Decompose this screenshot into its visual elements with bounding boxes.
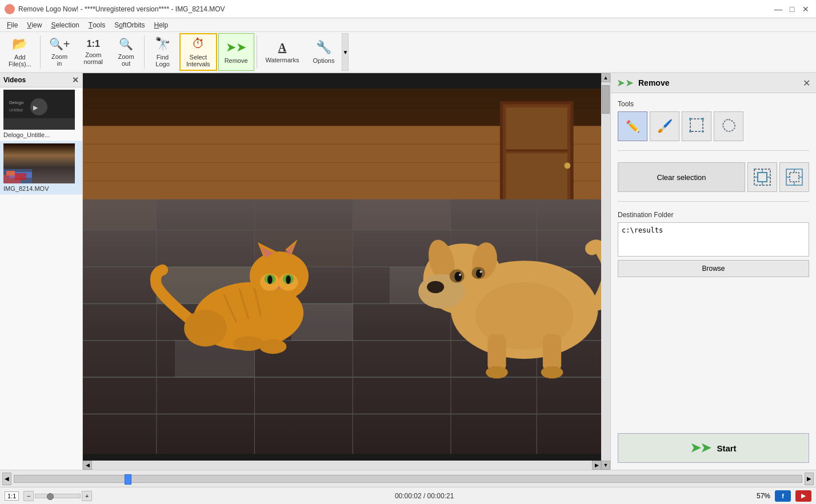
hscroll-track [92,461,592,470]
start-button[interactable]: ➤➤ Start [618,433,809,463]
remove-button[interactable]: ➤➤ Remove [218,33,254,71]
clear-selection-area: Clear selection [618,162,809,192]
toolbar-sep2 [144,35,145,69]
pencil-tool-button[interactable]: ✏️ [618,111,647,141]
svg-point-61 [233,336,264,351]
start-arrow-icon: ➤➤ [690,441,711,455]
status-bar: 1:1 − + 00:00:02 / 00:00:21 57% f ▶ [0,487,816,504]
menu-file[interactable]: File [2,19,22,31]
maximize-button[interactable]: □ [786,3,798,15]
lasso-tool-button[interactable] [714,111,743,141]
watermarks-icon: A [278,41,286,54]
status-bar-left: 1:1 − + [5,491,92,501]
status-bar-right: 57% f ▶ [757,490,811,502]
tools-grid: ✏️ 🖌️ [618,111,809,141]
toolbox-divider-1 [618,150,809,151]
zoom-normal-button[interactable]: 1:1 Zoomnormal [77,33,109,71]
brush-tool-button[interactable]: 🖌️ [650,111,679,141]
timeline-scroll-right[interactable]: ▶ [805,473,814,485]
expand-selection-button[interactable] [747,162,777,192]
add-files-label: AddFile(s)... [9,54,31,67]
svg-rect-38 [83,199,157,230]
zoom-plus-button[interactable]: + [82,491,92,501]
svg-point-75 [479,270,482,273]
zoom-normal-label: Zoomnormal [83,51,103,65]
close-button[interactable]: ✕ [800,3,811,15]
menu-help[interactable]: Help [150,19,173,31]
toolbox-panel: ➤➤ Remove ✕ Tools ✏️ 🖌️ [610,73,816,470]
add-files-button[interactable]: 📂 AddFile(s)... [2,33,38,71]
remove-label: Remove [225,57,248,64]
remove-icon: ➤➤ [226,40,246,55]
svg-text:Untitled: Untitled [9,108,23,112]
videos-panel-title: Videos [3,76,26,84]
menu-view[interactable]: View [22,19,46,31]
zoom-minus-button[interactable]: − [23,491,34,501]
add-files-icon: 📂 [12,37,27,51]
select-intervals-button[interactable]: ⏱ SelectIntervals [179,33,217,71]
timeline-scroll-left[interactable]: ◀ [2,473,11,485]
toolbox-header: ➤➤ Remove ✕ [611,73,816,93]
menu-softorbits[interactable]: SoftOrbits [110,19,149,31]
scroll-left-button[interactable]: ◀ [83,461,92,470]
browse-label: Browse [702,265,725,273]
zoom-slider[interactable] [35,494,81,498]
toolbar-sep1 [40,35,41,69]
scroll-up-button[interactable]: ▲ [601,73,610,82]
zoom-out-icon: 🔍 [119,37,133,51]
svg-point-25 [565,162,571,169]
svg-point-84 [702,118,704,120]
zoom-percent-display: 57% [757,492,770,500]
title-bar: Remove Logo Now! - ****Unregistered vers… [0,0,816,18]
watermarks-label: Watermarks [266,57,299,63]
video-label-2: IMG_8214.MOV [3,185,79,192]
video-item-2[interactable]: IMG_8214.MOV [0,141,82,195]
svg-point-83 [689,118,691,120]
toolbar-sep3 [257,35,257,69]
zoom-in-button[interactable]: 🔍+ Zoomin [43,33,77,71]
contract-selection-button[interactable] [779,162,809,192]
svg-point-72 [454,272,462,282]
toolbox-close-button[interactable]: ✕ [803,78,810,89]
youtube-button[interactable]: ▶ [795,490,811,502]
pencil-icon: ✏️ [626,119,640,133]
zoom-slider-thumb[interactable] [47,493,54,500]
find-logo-button[interactable]: 🔭 FindLogo [147,33,178,71]
svg-rect-11 [15,173,26,180]
scroll-thumb[interactable] [602,85,610,114]
tools-section: Tools ✏️ 🖌️ [618,100,809,141]
svg-point-56 [286,275,291,284]
watermarks-button[interactable]: A Watermarks [259,33,306,71]
timeline-thumb[interactable] [125,474,131,485]
menu-tools[interactable]: Tools [84,19,110,31]
scroll-down-button[interactable]: ▼ [601,461,610,470]
browse-button[interactable]: Browse [618,260,809,277]
zoom-out-label: Zoomout [118,53,134,67]
video-item-1[interactable]: Delogo Untitled ▶ Delogo_Untitle... [0,87,82,141]
rect-select-tool-button[interactable] [682,111,711,141]
svg-point-46 [250,251,309,301]
menu-bar: File View Selection Tools SoftOrbits Hel… [0,18,816,32]
facebook-button[interactable]: f [775,490,791,502]
tools-section-label: Tools [618,100,809,108]
title-bar-controls: — □ ✕ [773,3,811,15]
options-button[interactable]: 🔧 Options [306,33,341,71]
timeline-track[interactable] [14,475,802,483]
timeline-bar: ◀ ▶ [0,470,816,487]
scroll-right-button[interactable]: ▶ [592,461,601,470]
minimize-button[interactable]: — [773,3,784,15]
video-thumb-1: Delogo Untitled ▶ [3,90,75,130]
thumb1-scene: Delogo Untitled ▶ [3,90,75,130]
videos-panel-close[interactable]: ✕ [72,75,79,85]
svg-text:▶: ▶ [33,104,38,111]
svg-point-62 [259,339,286,354]
clear-selection-button[interactable]: Clear selection [618,162,745,192]
destination-folder-input[interactable] [618,222,809,257]
video-area[interactable]: ▲ ▼ ◀ ▶ [83,73,610,470]
zoom-out-button[interactable]: 🔍 Zoomout [110,33,142,71]
menu-selection[interactable]: Selection [46,19,83,31]
svg-rect-82 [690,119,703,131]
toolbar-collapse[interactable]: ▼ [342,33,349,71]
svg-rect-1 [3,118,75,130]
clear-selection-label: Clear selection [657,173,706,182]
